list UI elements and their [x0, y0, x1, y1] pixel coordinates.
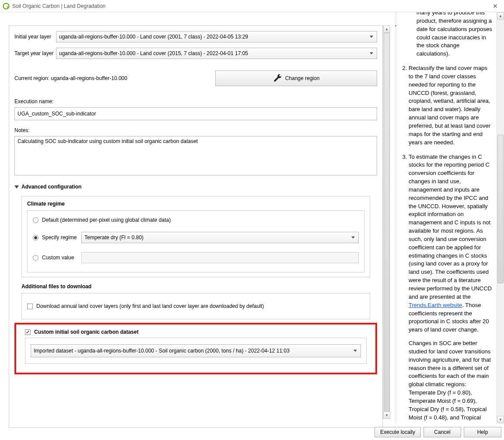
target-layer-value: uganda-all-regions-buffer-10.000 - Land …	[59, 50, 248, 56]
initial-layer-label: Initial year layer	[14, 34, 56, 40]
scrollbar-thumb[interactable]	[384, 33, 390, 418]
app-icon	[3, 3, 10, 10]
climate-regime-subgroup: Default (determined per-pixel using glob…	[27, 210, 364, 272]
left-scrollbar[interactable]: ▲ ▼	[383, 25, 390, 419]
svg-point-0	[4, 3, 9, 9]
execution-name-label: Execution name:	[14, 98, 377, 105]
notes-section: Notes:	[14, 127, 377, 177]
regime-value: Temperate dry (Fl = 0.80)	[84, 234, 144, 241]
trends-earth-link[interactable]: Trends.Earth website	[409, 302, 462, 308]
regime-specify-label: Specify regime	[42, 234, 78, 241]
target-layer-label: Target year layer	[14, 50, 56, 56]
initial-layer-value: uganda-all-regions-buffer-10.000 - Land …	[59, 34, 248, 40]
custom-soc-check-row[interactable]: Custom initial soil organic carbon datas…	[25, 329, 371, 335]
help-item-1: many years to produce this product, ther…	[416, 12, 493, 58]
regime-specify-radio[interactable]	[33, 235, 38, 241]
additional-files-subgroup: Download annual land cover layers (only …	[21, 293, 370, 319]
titlebar: Soil Organic Carbon | Land Degradation ✕	[0, 0, 504, 12]
execution-name-input[interactable]	[14, 107, 377, 120]
change-region-button[interactable]: Change region	[215, 70, 377, 86]
current-region-label: Current region: uganda-all-regions-buffe…	[14, 75, 127, 81]
scroll-up-icon[interactable]: ▲	[383, 25, 390, 33]
target-layer-select[interactable]: uganda-all-regions-buffer-10.000 - Land …	[56, 48, 377, 59]
help-button[interactable]: Help	[464, 427, 501, 437]
help-content: many years to produce this product, ther…	[397, 12, 497, 423]
initial-layer-row: Initial year layer uganda-all-regions-bu…	[14, 31, 377, 42]
form-container: Initial year layer uganda-all-regions-bu…	[9, 25, 383, 428]
chevron-down-icon	[14, 185, 19, 189]
regime-custom-radio[interactable]	[33, 255, 38, 261]
window-title: Soil Organic Carbon | Land Degradation	[12, 3, 105, 9]
button-bar: Execute locally Cancel Help	[374, 427, 501, 437]
region-row: Current region: uganda-all-regions-buffe…	[14, 70, 377, 86]
help-scrollbar[interactable]: ▲ ▼	[497, 12, 504, 423]
custom-soc-group: Imported dataset - uganda-all-regions-bu…	[25, 338, 367, 364]
download-annual-checkbox[interactable]	[27, 304, 33, 309]
regime-default-label: Default (determined per-pixel using glob…	[42, 217, 171, 223]
notes-textarea[interactable]	[14, 136, 377, 175]
close-icon[interactable]: ✕	[489, 3, 501, 10]
climate-regime-group: Climate regime Default (determined per-p…	[21, 196, 370, 277]
regime-custom-input	[81, 252, 359, 263]
regime-default-radio[interactable]	[33, 217, 38, 223]
custom-soc-highlight: Custom initial soil organic carbon datas…	[14, 323, 377, 374]
target-layer-row: Target year layer uganda-all-regions-buf…	[14, 48, 377, 59]
notes-label: Notes:	[14, 127, 377, 133]
regime-select[interactable]: Temperate dry (Fl = 0.80)	[81, 232, 359, 243]
download-annual-row[interactable]: Download annual land cover layers (only …	[27, 303, 364, 309]
main: Initial year layer uganda-all-regions-bu…	[0, 12, 504, 423]
advanced-config-header[interactable]: Advanced configuration	[14, 184, 377, 190]
cancel-button[interactable]: Cancel	[424, 427, 461, 437]
custom-soc-value: Imported dataset - uganda-all-regions-bu…	[34, 348, 290, 354]
regime-custom-label: Custom value	[42, 255, 78, 261]
left-pane: Initial year layer uganda-all-regions-bu…	[0, 12, 395, 423]
regime-default-row[interactable]: Default (determined per-pixel using glob…	[33, 217, 359, 223]
help-item-3: To estimate the changes in C stocks for …	[409, 153, 493, 424]
climate-regime-title: Climate regime	[27, 201, 364, 207]
additional-files-title: Additional files to download	[21, 283, 370, 290]
change-region-label: Change region	[285, 75, 320, 81]
advanced-config-title: Advanced configuration	[21, 184, 81, 190]
execution-name-section: Execution name:	[14, 98, 377, 120]
help-scroll-up-icon[interactable]: ▲	[497, 12, 504, 20]
scroll-down-icon[interactable]: ▼	[383, 412, 390, 419]
custom-soc-title: Custom initial soil organic carbon datas…	[34, 329, 139, 335]
custom-soc-select[interactable]: Imported dataset - uganda-all-regions-bu…	[31, 344, 361, 357]
regime-specify-row[interactable]: Specify regime Temperate dry (Fl = 0.80)	[33, 232, 359, 243]
initial-layer-select[interactable]: uganda-all-regions-buffer-10.000 - Land …	[56, 31, 377, 42]
wrench-icon	[273, 73, 283, 83]
help-item-2: Reclassify the land cover maps to the 7 …	[409, 64, 493, 147]
regime-custom-row[interactable]: Custom value	[33, 252, 359, 263]
help-pane: many years to produce this product, ther…	[397, 12, 504, 423]
help-scroll-down-icon[interactable]: ▼	[497, 416, 504, 423]
execute-button[interactable]: Execute locally	[374, 427, 421, 437]
additional-files-group: Additional files to download Download an…	[21, 283, 370, 319]
custom-soc-checkbox[interactable]	[25, 329, 31, 335]
help-item-3b: Changes in SOC are better studied for la…	[409, 339, 493, 423]
help-scrollbar-thumb[interactable]	[497, 135, 504, 283]
download-annual-label: Download annual land cover layers (only …	[36, 303, 264, 309]
